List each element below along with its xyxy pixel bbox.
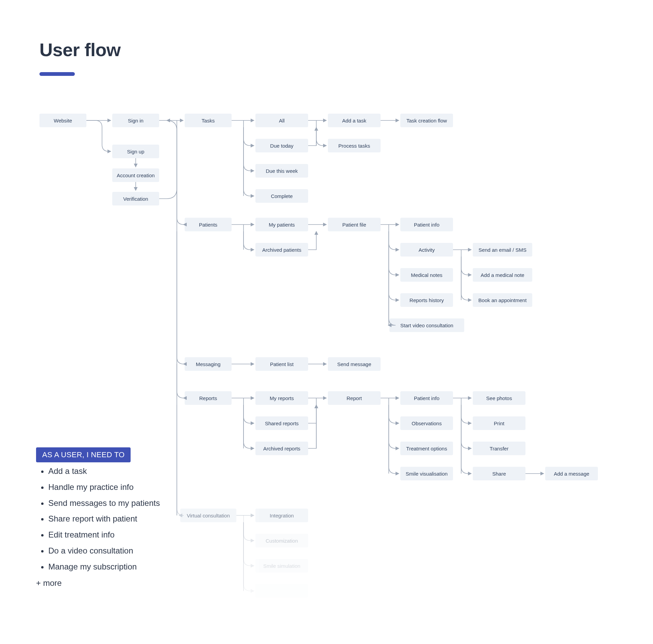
node-due-week: Due this week: [255, 164, 308, 178]
node-reports-history: Reports history: [400, 293, 453, 307]
node-tasks: Tasks: [185, 114, 232, 127]
node-verification: Verification: [112, 192, 159, 205]
node-print: Print: [473, 416, 525, 430]
node-add-medical-note: Add a medical note: [473, 268, 532, 282]
user-needs-heading: AS A USER, I NEED TO: [36, 447, 131, 462]
node-patient-list: Patient list: [255, 357, 308, 371]
node-virtual-consultation: Virtual consultation: [180, 509, 236, 522]
node-signin: Sign in: [112, 114, 159, 127]
node-start-video: Start video consultation: [389, 318, 464, 332]
node-share: Share: [473, 467, 525, 480]
node-customization: Customization: [255, 534, 308, 547]
node-my-reports: My reports: [255, 391, 308, 405]
user-need-item: Send messages to my patients: [48, 495, 160, 511]
node-messaging: Messaging: [185, 357, 232, 371]
node-process-tasks: Process tasks: [328, 139, 381, 152]
user-need-item: Share report with patient: [48, 511, 160, 527]
node-smile-sim: Smile simulation: [255, 559, 308, 573]
user-need-item: Add a task: [48, 463, 160, 479]
node-website: Website: [39, 114, 86, 127]
node-add-task: Add a task: [328, 114, 381, 127]
node-observations: Observations: [400, 416, 453, 430]
node-patient-info: Patient info: [400, 218, 453, 231]
node-send-message: Send message: [328, 357, 381, 371]
node-task-creation-flow: Task creation flow: [400, 114, 453, 127]
node-treatment-options: Treatment options: [400, 442, 453, 455]
user-need-item: Manage my subscription: [48, 559, 160, 575]
user-need-item: Handle my practice info: [48, 479, 160, 495]
page-title: User flow: [39, 39, 121, 60]
node-tasks-all: All: [255, 114, 308, 127]
node-patient-file: Patient file: [328, 218, 381, 231]
node-shared-reports: Shared reports: [255, 416, 308, 430]
node-see-photos: See photos: [473, 391, 525, 405]
node-archived-patients: Archived patients: [255, 243, 308, 257]
user-need-item: Do a video consultation: [48, 543, 160, 559]
user-needs-list: Add a task Handle my practice info Send …: [39, 463, 160, 575]
node-report-patient-info: Patient info: [400, 391, 453, 405]
node-transfer: Transfer: [473, 442, 525, 455]
title-underline: [39, 72, 75, 76]
node-add-message: Add a message: [545, 467, 598, 480]
node-activity: Activity: [400, 243, 453, 257]
node-signup: Sign up: [112, 145, 159, 158]
node-reports: Reports: [185, 391, 232, 405]
node-archived-reports: Archived reports: [255, 442, 308, 455]
user-need-item: Edit treatment info: [48, 527, 160, 543]
node-medical-notes: Medical notes: [400, 268, 453, 282]
node-book-appt: Book an appointment: [473, 293, 532, 307]
node-patients: Patients: [185, 218, 232, 231]
node-due-today: Due today: [255, 139, 308, 152]
node-smile-vis: Smile visualisation: [400, 467, 453, 480]
node-account-creation: Account creation: [112, 168, 159, 182]
user-needs-more: + more: [36, 578, 62, 588]
node-my-patients: My patients: [255, 218, 308, 231]
node-complete: Complete: [255, 189, 308, 203]
node-report: Report: [328, 391, 381, 405]
user-flow-diagram: User flow Website Sign in Tasks All Add …: [0, 0, 653, 644]
node-integration: Integration: [255, 509, 308, 522]
node-send-email-sms: Send an email / SMS: [473, 243, 532, 257]
node-vc-more: [255, 584, 308, 598]
